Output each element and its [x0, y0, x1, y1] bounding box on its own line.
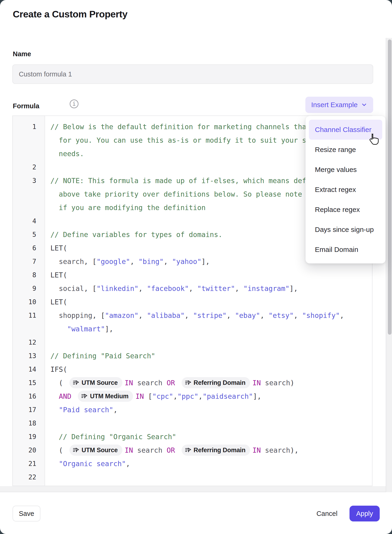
line-number: [13, 201, 45, 214]
code-line[interactable]: [45, 161, 50, 174]
modal-scrollbar-thumb[interactable]: [388, 39, 392, 335]
name-input[interactable]: [12, 64, 373, 84]
code-line[interactable]: // Defining "Paid Search": [45, 349, 155, 363]
line-number: 2: [13, 161, 45, 174]
line-number: 12: [13, 336, 45, 349]
property-icon: [73, 379, 79, 386]
code-row: 10LET(: [13, 295, 372, 309]
line-number: 22: [13, 471, 45, 484]
code-row: 18: [13, 417, 372, 430]
property-chip-utm-source[interactable]: UTM Source: [70, 444, 122, 456]
line-number: 5: [13, 228, 45, 241]
line-number: 3: [13, 174, 45, 188]
code-line[interactable]: ( UTM SourceIN search OR Referring Domai…: [45, 376, 294, 390]
property-chip-label: UTM Medium: [90, 389, 128, 403]
code-line[interactable]: needs.: [45, 147, 84, 161]
menu-item-channel-classifier[interactable]: Channel Classifier: [309, 120, 382, 140]
line-number: 15: [13, 376, 45, 390]
code-row: 14IFS(: [13, 363, 372, 376]
code-line[interactable]: social, ["linkedin", "facebook", "twitte…: [45, 282, 298, 295]
property-chip-utm-source[interactable]: UTM Source: [70, 377, 122, 388]
line-number: 7: [13, 255, 45, 268]
property-icon: [81, 393, 88, 399]
code-row: 15 ( UTM SourceIN search OR Referring Do…: [13, 376, 372, 390]
menu-item-email-domain[interactable]: Email Domain: [309, 240, 382, 260]
line-number: 4: [13, 214, 45, 228]
insert-example-label: Insert Example: [311, 101, 358, 109]
code-line[interactable]: if you are modifying the definition: [45, 201, 205, 214]
line-number: 18: [13, 417, 45, 430]
property-chip-utm-medium[interactable]: UTM Medium: [78, 391, 133, 402]
code-line[interactable]: "Organic search",: [45, 457, 130, 471]
line-number: [13, 134, 45, 147]
property-chip-label: UTM Source: [82, 443, 118, 457]
formula-label: Formula: [13, 102, 39, 110]
code-line[interactable]: LET(: [45, 295, 67, 309]
code-line[interactable]: ( UTM SourceIN search OR Referring Domai…: [45, 444, 299, 457]
line-number: 16: [13, 390, 45, 403]
code-line[interactable]: for you. You can use this as-is or modif…: [45, 134, 336, 147]
property-chip-referring-domain[interactable]: Referring Domain: [182, 444, 250, 456]
code-row: 12: [13, 336, 372, 349]
menu-item-resize-range[interactable]: Resize range: [309, 140, 382, 160]
code-row: 22: [13, 471, 372, 484]
code-row: "walmart"],: [13, 322, 372, 336]
line-number: 14: [13, 363, 45, 376]
code-line[interactable]: shopping, ["amazon", "alibaba", "stripe"…: [45, 309, 344, 322]
code-row: 13// Defining "Paid Search": [13, 349, 372, 363]
menu-item-replace-regex[interactable]: Replace regex: [309, 200, 382, 220]
line-number: 21: [13, 457, 45, 471]
code-row: 19 // Defining "Organic Search": [13, 430, 372, 444]
cancel-button[interactable]: Cancel: [314, 506, 340, 521]
line-number: 1: [13, 120, 45, 134]
code-line[interactable]: IFS(: [45, 363, 67, 376]
menu-item-merge-values[interactable]: Merge values: [309, 160, 382, 180]
apply-button[interactable]: Apply: [350, 506, 380, 521]
menu-item-days-since-sign-up[interactable]: Days since sign-up: [309, 220, 382, 240]
code-row: 11 shopping, ["amazon", "alibaba", "stri…: [13, 309, 372, 322]
page-title: Create a Custom Property: [13, 9, 127, 20]
code-line[interactable]: LET(: [45, 268, 67, 282]
code-line[interactable]: [45, 336, 50, 349]
insert-example-menu: Channel ClassifierResize rangeMerge valu…: [305, 116, 386, 264]
property-icon: [185, 379, 191, 386]
code-line[interactable]: above take priority over definitions bel…: [45, 188, 344, 201]
menu-item-extract-regex[interactable]: Extract regex: [309, 180, 382, 200]
save-button[interactable]: Save: [13, 506, 40, 521]
code-row: 17 "Paid search",: [13, 403, 372, 417]
create-custom-property-modal: Create a Custom Property Name Formula i …: [0, 0, 392, 534]
property-chip-referring-domain[interactable]: Referring Domain: [182, 377, 250, 388]
insert-example-button[interactable]: Insert Example: [305, 97, 373, 113]
code-line[interactable]: "Paid search",: [45, 403, 117, 417]
code-line[interactable]: AND UTM MediumIN ["cpc","ppc","paidsearc…: [45, 390, 261, 403]
code-line[interactable]: [45, 417, 50, 430]
editor-bottom-scroll-strip: [0, 486, 392, 492]
code-line[interactable]: // Define variables for types of domains…: [45, 228, 223, 241]
code-row: 21 "Organic search",: [13, 457, 372, 471]
code-line[interactable]: "walmart"],: [45, 322, 113, 336]
code-line[interactable]: [45, 214, 50, 228]
code-line[interactable]: search, ["google", "bing", "yahoo"],: [45, 255, 210, 268]
code-line[interactable]: LET(: [45, 241, 67, 255]
property-chip-label: UTM Source: [82, 376, 118, 389]
chevron-down-icon: [361, 102, 367, 108]
line-number: 8: [13, 268, 45, 282]
line-number: 6: [13, 241, 45, 255]
code-row: 16 AND UTM MediumIN ["cpc","ppc","paidse…: [13, 390, 372, 403]
line-number: 10: [13, 295, 45, 309]
code-row: 20 ( UTM SourceIN search OR Referring Do…: [13, 444, 372, 457]
code-row: 9 social, ["linkedin", "facebook", "twit…: [13, 282, 372, 295]
code-line[interactable]: // NOTE: This formula is made up of if-e…: [45, 174, 340, 188]
line-number: 20: [13, 444, 45, 457]
property-chip-label: Referring Domain: [194, 443, 245, 457]
code-line[interactable]: // Defining "Organic Search": [45, 430, 176, 444]
property-icon: [73, 447, 79, 453]
line-number: [13, 322, 45, 336]
name-label: Name: [13, 50, 31, 58]
line-number: 17: [13, 403, 45, 417]
property-chip-label: Referring Domain: [194, 376, 245, 389]
property-icon: [185, 447, 191, 453]
code-row: 8LET(: [13, 268, 372, 282]
code-line[interactable]: [45, 471, 50, 484]
info-icon[interactable]: i: [70, 99, 79, 108]
